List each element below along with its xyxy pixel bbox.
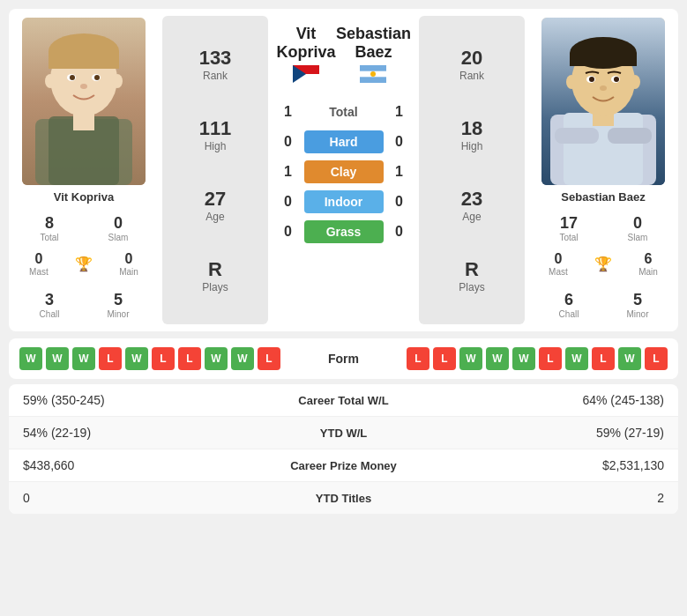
right-player-header: Sebastian Baez	[336, 18, 411, 95]
surface-indoor-btn[interactable]: Indoor	[304, 190, 384, 213]
svg-point-9	[45, 74, 56, 88]
stats-row: $438,660 Career Prize Money $2,531,130	[9, 449, 678, 482]
stats-left-val: $438,660	[23, 458, 256, 472]
right-rank-stat: 20 Rank	[459, 47, 484, 82]
right-trophy-icon: 🏆	[594, 256, 612, 272]
stats-right-val: $2,531,130	[432, 458, 665, 472]
surface-clay-row: 1 Clay 1	[276, 160, 411, 183]
svg-point-32	[614, 77, 619, 82]
surface-grass-row: 0 Grass 0	[276, 220, 411, 243]
left-age-stat: 27 Age	[205, 188, 226, 223]
form-badge-left: W	[46, 347, 69, 370]
right-plays-stat: R Plays	[459, 258, 484, 293]
right-total-cell: 17 Total	[535, 211, 602, 246]
svg-point-8	[80, 84, 87, 89]
center-section: Vit Kopriva Sebastian Baez	[272, 9, 415, 331]
svg-point-19	[370, 71, 376, 77]
player-right-name: Sebastian Baez	[561, 190, 645, 204]
svg-point-10	[112, 74, 123, 88]
left-trophy-row: 0 Mast 🏆 0 Main	[9, 248, 159, 280]
form-label: Form	[309, 352, 379, 366]
right-form-badges: LLWWWLWLWL	[407, 347, 668, 370]
form-badge-left: W	[125, 347, 148, 370]
player-right-photo	[541, 18, 665, 185]
form-badge-right: W	[459, 347, 482, 370]
left-form-badges: WWWLWLLWWL	[19, 347, 280, 370]
form-badge-right: L	[433, 347, 456, 370]
player-right-info: Sebastian Baez 17 Total 0 Slam 0 Mast 🏆	[528, 9, 678, 331]
stats-center-label: Career Total W/L	[256, 394, 432, 407]
svg-point-27	[566, 75, 577, 89]
right-minor-cell: 5 Minor	[604, 287, 671, 323]
right-main-cell: 6 Main	[638, 251, 658, 277]
player-left-photo	[22, 18, 146, 185]
right-slam-cell: 0 Slam	[604, 211, 671, 246]
stats-center-label: YTD W/L	[256, 427, 432, 440]
right-high-stat: 18 High	[461, 117, 483, 152]
form-badge-left: W	[231, 347, 254, 370]
left-chall-cell: 3 Chall	[16, 287, 83, 323]
stats-left-val: 0	[23, 491, 256, 505]
surface-grass-btn[interactable]: Grass	[304, 220, 384, 243]
stats-left-val: 59% (350-245)	[23, 393, 256, 407]
svg-point-7	[94, 75, 100, 80]
left-rank-stat: 133 Rank	[199, 47, 232, 82]
form-badge-left: W	[19, 347, 42, 370]
stats-right-val: 59% (27-19)	[432, 426, 665, 440]
stats-row: 0 YTD Titles 2	[9, 482, 678, 514]
stats-right-val: 2	[432, 491, 665, 505]
form-badge-left: L	[99, 347, 122, 370]
player-left-stats-grid: 8 Total 0 Slam	[9, 211, 159, 246]
right-trophy-row: 0 Mast 🏆 6 Main	[528, 248, 678, 280]
svg-point-28	[630, 75, 640, 89]
stats-right-val: 64% (245-138)	[432, 393, 665, 407]
player-right-bottom-stats: 6 Chall 5 Minor	[528, 287, 678, 323]
surface-clay-btn[interactable]: Clay	[304, 160, 384, 183]
form-badge-right: W	[512, 347, 535, 370]
svg-point-6	[70, 75, 75, 80]
left-main-cell: 0 Main	[119, 251, 138, 277]
form-badge-left: L	[258, 347, 280, 370]
form-badge-right: W	[618, 347, 641, 370]
player-right-card: 20 Rank 18 High 23 Age R Plays	[419, 16, 525, 324]
total-row: 1 Total 1	[276, 104, 411, 120]
left-slam-cell: 0 Slam	[85, 211, 152, 246]
stats-center-label: Career Prize Money	[256, 459, 432, 472]
stats-table: 59% (350-245) Career Total W/L 64% (245-…	[9, 384, 678, 514]
form-badge-left: L	[178, 347, 201, 370]
left-plays-stat: R Plays	[202, 258, 228, 293]
player-left-info: Vit Kopriva 8 Total 0 Slam 0 Mast 🏆	[9, 9, 159, 331]
svg-point-31	[589, 77, 594, 82]
right-flag	[360, 65, 386, 88]
surface-hard-row: 0 Hard 0	[276, 130, 411, 153]
left-player-header: Vit Kopriva	[276, 18, 336, 95]
svg-rect-35	[608, 128, 652, 144]
form-badge-left: L	[152, 347, 175, 370]
surface-indoor-row: 0 Indoor 0	[276, 190, 411, 213]
player-left-bottom-stats: 3 Chall 5 Minor	[9, 287, 159, 323]
main-container: Vit Kopriva 8 Total 0 Slam 0 Mast 🏆	[0, 0, 687, 523]
form-badge-right: L	[592, 347, 615, 370]
form-badge-right: L	[645, 347, 668, 370]
left-flag	[293, 65, 319, 88]
form-section: WWWLWLLWWL Form LLWWWLWLWL	[9, 338, 678, 379]
svg-rect-3	[49, 51, 119, 69]
surface-hard-btn[interactable]: Hard	[304, 130, 384, 153]
left-high-stat: 111 High	[199, 117, 232, 152]
form-badge-left: W	[205, 347, 228, 370]
stats-left-val: 54% (22-19)	[23, 426, 256, 440]
form-badge-right: W	[486, 347, 509, 370]
left-mast-cell: 0 Mast	[29, 251, 49, 277]
right-chall-cell: 6 Chall	[535, 287, 602, 323]
right-age-stat: 23 Age	[461, 188, 482, 223]
form-badge-right: W	[565, 347, 588, 370]
player-left-name: Vit Kopriva	[54, 190, 114, 204]
form-badge-right: L	[407, 347, 429, 370]
left-total-cell: 8 Total	[16, 211, 83, 246]
stats-row: 54% (22-19) YTD W/L 59% (27-19)	[9, 417, 678, 449]
players-section: Vit Kopriva 8 Total 0 Slam 0 Mast 🏆	[9, 9, 678, 331]
stats-row: 59% (350-245) Career Total W/L 64% (245-…	[9, 384, 678, 417]
left-trophy-icon: 🏆	[75, 256, 93, 272]
player-left-card: 133 Rank 111 High 27 Age R Plays	[162, 16, 268, 324]
stats-center-label: YTD Titles	[256, 492, 432, 505]
